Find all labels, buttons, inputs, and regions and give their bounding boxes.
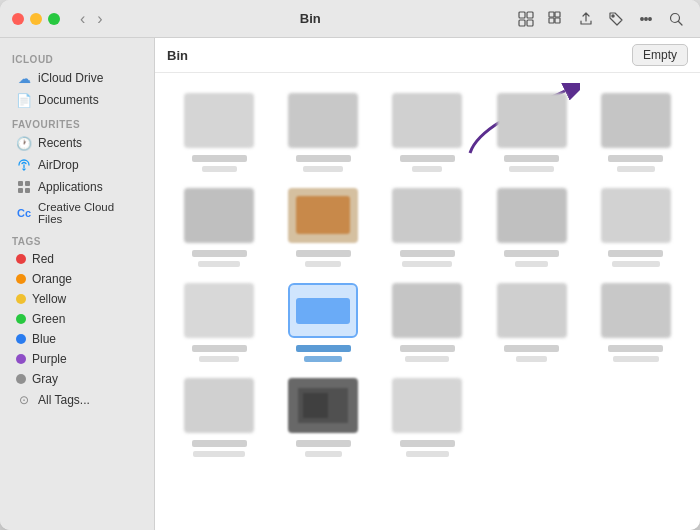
- share-icon: [578, 11, 594, 27]
- svg-point-8: [612, 15, 614, 17]
- main-panel: Bin Empty: [155, 38, 700, 530]
- file-grid: [155, 73, 700, 530]
- maximize-button[interactable]: [48, 13, 60, 25]
- window-title: Bin: [115, 11, 506, 26]
- sidebar-item-tag-yellow[interactable]: Yellow: [4, 289, 150, 309]
- sidebar: iCloud ☁ iCloud Drive 📄 Documents Favour…: [0, 38, 155, 530]
- sidebar-label-applications: Applications: [38, 180, 103, 194]
- document-icon: 📄: [16, 92, 32, 108]
- list-item-selected[interactable]: [279, 283, 367, 362]
- sidebar-item-tag-orange[interactable]: Orange: [4, 269, 150, 289]
- svg-rect-15: [25, 181, 30, 186]
- tag-dot-green: [16, 314, 26, 324]
- sidebar-item-recents[interactable]: 🕐 Recents: [4, 132, 150, 154]
- sidebar-item-airdrop[interactable]: AirDrop: [4, 154, 150, 176]
- list-item[interactable]: [279, 93, 367, 172]
- tag-dot-blue: [16, 334, 26, 344]
- back-button[interactable]: ‹: [76, 9, 89, 29]
- list-item[interactable]: [383, 93, 471, 172]
- titlebar: ‹ › Bin: [0, 0, 700, 38]
- list-item[interactable]: [488, 188, 576, 267]
- sidebar-label-tag-blue: Blue: [32, 332, 56, 346]
- forward-button[interactable]: ›: [93, 9, 106, 29]
- empty-button[interactable]: Empty: [632, 44, 688, 66]
- sidebar-item-icloud-drive[interactable]: ☁ iCloud Drive: [4, 67, 150, 89]
- more-button[interactable]: [634, 9, 658, 29]
- sidebar-label-tag-purple: Purple: [32, 352, 67, 366]
- list-item[interactable]: [279, 378, 367, 457]
- main-panel-title: Bin: [167, 48, 188, 63]
- finder-window: ‹ › Bin: [0, 0, 700, 530]
- list-item[interactable]: [592, 283, 680, 362]
- sidebar-item-tag-purple[interactable]: Purple: [4, 349, 150, 369]
- sidebar-label-recents: Recents: [38, 136, 82, 150]
- list-item[interactable]: [175, 283, 263, 362]
- sidebar-label-tag-gray: Gray: [32, 372, 58, 386]
- tag-dot-yellow: [16, 294, 26, 304]
- list-item[interactable]: [488, 283, 576, 362]
- svg-line-13: [679, 21, 683, 25]
- grid-view-button[interactable]: [514, 9, 538, 29]
- list-item[interactable]: [279, 188, 367, 267]
- sidebar-label-airdrop: AirDrop: [38, 158, 79, 172]
- cloud-icon: ☁: [16, 70, 32, 86]
- list-view-icon: [548, 11, 564, 27]
- tag-dot-gray: [16, 374, 26, 384]
- grid-container: [167, 85, 688, 465]
- svg-point-10: [645, 17, 647, 19]
- list-item[interactable]: [175, 93, 263, 172]
- list-view-button[interactable]: [544, 9, 568, 29]
- sidebar-label-creative-cloud: Creative Cloud Files: [38, 201, 138, 225]
- minimize-button[interactable]: [30, 13, 42, 25]
- list-item[interactable]: [592, 188, 680, 267]
- close-button[interactable]: [12, 13, 24, 25]
- sidebar-label-all-tags: All Tags...: [38, 393, 90, 407]
- sidebar-item-tag-gray[interactable]: Gray: [4, 369, 150, 389]
- cc-icon: Cc: [16, 205, 32, 221]
- nav-buttons: ‹ ›: [76, 9, 107, 29]
- svg-rect-4: [549, 12, 554, 17]
- list-item[interactable]: [383, 188, 471, 267]
- svg-rect-3: [527, 20, 533, 26]
- apps-icon: [16, 179, 32, 195]
- sidebar-label-documents: Documents: [38, 93, 99, 107]
- search-button[interactable]: [664, 9, 688, 29]
- tag-dot-purple: [16, 354, 26, 364]
- sidebar-item-all-tags[interactable]: ⊙ All Tags...: [4, 389, 150, 411]
- tag-dot-red: [16, 254, 26, 264]
- sidebar-section-icloud: iCloud: [0, 46, 154, 67]
- sidebar-item-tag-green[interactable]: Green: [4, 309, 150, 329]
- svg-rect-5: [549, 18, 554, 23]
- list-item[interactable]: [383, 378, 471, 457]
- sidebar-item-documents[interactable]: 📄 Documents: [4, 89, 150, 111]
- svg-rect-7: [555, 18, 560, 23]
- sidebar-label-tag-red: Red: [32, 252, 54, 266]
- more-icon: [638, 11, 654, 27]
- svg-rect-0: [519, 12, 525, 18]
- sidebar-item-applications[interactable]: Applications: [4, 176, 150, 198]
- search-icon: [668, 11, 684, 27]
- list-item[interactable]: [592, 93, 680, 172]
- list-item[interactable]: [175, 378, 263, 457]
- sidebar-section-tags: Tags: [0, 228, 154, 249]
- sidebar-section-favourites: Favourites: [0, 111, 154, 132]
- svg-rect-2: [519, 20, 525, 26]
- svg-rect-6: [555, 12, 560, 17]
- svg-rect-16: [18, 188, 23, 193]
- svg-rect-17: [25, 188, 30, 193]
- sidebar-label-icloud-drive: iCloud Drive: [38, 71, 103, 85]
- sidebar-label-tag-orange: Orange: [32, 272, 72, 286]
- tag-button[interactable]: [604, 9, 628, 29]
- tag-dot-orange: [16, 274, 26, 284]
- clock-icon: 🕐: [16, 135, 32, 151]
- svg-point-9: [641, 17, 643, 19]
- list-item[interactable]: [488, 93, 576, 172]
- all-tags-icon: ⊙: [16, 392, 32, 408]
- list-item[interactable]: [175, 188, 263, 267]
- svg-rect-14: [18, 181, 23, 186]
- sidebar-item-creative-cloud[interactable]: Cc Creative Cloud Files: [4, 198, 150, 228]
- list-item[interactable]: [383, 283, 471, 362]
- sidebar-item-tag-red[interactable]: Red: [4, 249, 150, 269]
- share-button[interactable]: [574, 9, 598, 29]
- sidebar-item-tag-blue[interactable]: Blue: [4, 329, 150, 349]
